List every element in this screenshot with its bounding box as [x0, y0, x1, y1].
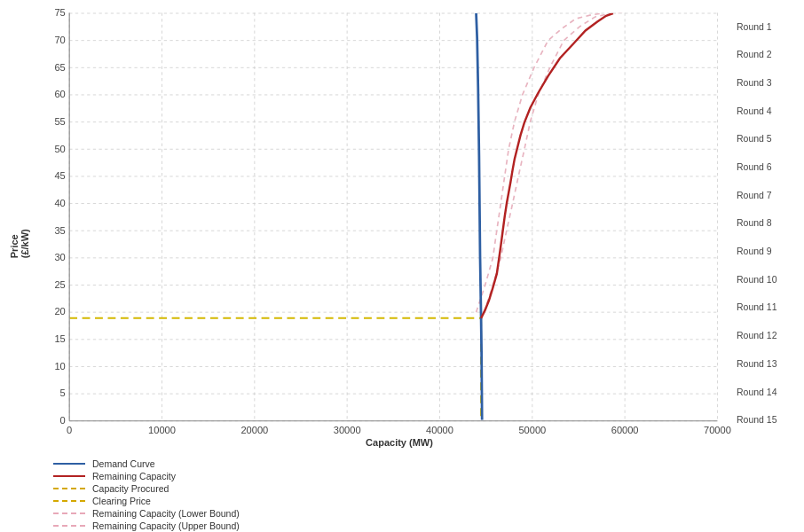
- x-axis-label: Capacity (MW): [67, 434, 731, 451]
- svg-rect-0: [69, 12, 717, 419]
- round-label-9: Round 9: [737, 238, 795, 266]
- legend-item-demand: Demand Curve: [53, 458, 795, 469]
- round-label-7: Round 7: [737, 181, 795, 209]
- legend-label-procured: Capacity Procured: [92, 483, 169, 494]
- svg-text:10000: 10000: [148, 425, 176, 434]
- svg-text:0: 0: [67, 425, 72, 434]
- svg-text:40: 40: [54, 198, 65, 208]
- legend-line-demand: [53, 463, 85, 465]
- svg-text:40000: 40000: [426, 425, 453, 434]
- round-label-2: Round 2: [737, 41, 795, 69]
- round-label-13: Round 13: [737, 349, 795, 378]
- chart-container: Price(£/kW): [0, 0, 804, 532]
- legend-line-procured: [53, 488, 85, 489]
- legend-line-lower-bound: [53, 512, 85, 514]
- y-axis-label: Price(£/kW): [9, 9, 30, 451]
- grid-vertical: [69, 12, 717, 420]
- round-label-6: Round 6: [737, 153, 795, 181]
- round-label-8: Round 8: [737, 209, 795, 238]
- round-label-1: Round 1: [737, 12, 795, 41]
- lower-bound-line: [477, 13, 603, 312]
- svg-text:15: 15: [54, 333, 65, 344]
- y-tick-labels: 0 5 10 15 20 25 30 35 40 45 50 55: [54, 9, 65, 426]
- chart-with-right: 0 5 10 15 20 25 30 35 40 45 50 55: [32, 9, 795, 434]
- round-label-5: Round 5: [737, 125, 795, 153]
- legend-item-procured: Capacity Procured: [53, 483, 795, 494]
- legend: Demand Curve Remaining Capacity Capacity…: [9, 451, 795, 532]
- legend-item-upper-bound: Remaining Capacity (Upper Bound): [53, 520, 795, 531]
- x-tick-labels: 0 10000 20000 30000 40000 50000 60000 70…: [67, 425, 731, 434]
- round-label-14: Round 14: [737, 378, 795, 406]
- legend-label-upper-bound: Remaining Capacity (Upper Bound): [92, 520, 240, 531]
- upper-bound-line: [484, 12, 622, 312]
- legend-item-remaining: Remaining Capacity: [53, 471, 795, 481]
- round-label-12: Round 12: [737, 322, 795, 350]
- round-label-15: Round 15: [737, 406, 795, 434]
- round-label-3: Round 3: [737, 68, 795, 97]
- legend-label-remaining: Remaining Capacity: [92, 471, 176, 481]
- svg-text:50: 50: [54, 144, 65, 154]
- svg-text:10: 10: [54, 361, 65, 372]
- legend-label-lower-bound: Remaining Capacity (Lower Bound): [92, 508, 240, 519]
- round-label-11: Round 11: [737, 293, 795, 322]
- svg-text:0: 0: [60, 415, 66, 426]
- svg-text:30000: 30000: [334, 425, 361, 434]
- round-label-10: Round 10: [737, 265, 795, 293]
- grid-horizontal: [69, 13, 717, 421]
- svg-text:35: 35: [54, 225, 65, 236]
- plot-area: 0 5 10 15 20 25 30 35 40 45 50 55: [32, 9, 731, 434]
- svg-text:5: 5: [60, 387, 66, 398]
- chart-inner: 0 5 10 15 20 25 30 35 40 45 50 55: [32, 9, 795, 451]
- svg-text:75: 75: [54, 9, 65, 18]
- legend-label-clearing: Clearing Price: [92, 496, 151, 506]
- legend-item-lower-bound: Remaining Capacity (Lower Bound): [53, 508, 795, 519]
- round-label-4: Round 4: [737, 97, 795, 125]
- legend-label-demand: Demand Curve: [92, 458, 155, 469]
- chart-svg: 0 5 10 15 20 25 30 35 40 45 50 55: [32, 9, 731, 434]
- round-labels: Round 1 Round 2 Round 3 Round 4 Round 5 …: [731, 9, 795, 434]
- legend-line-remaining: [53, 475, 85, 477]
- svg-text:30: 30: [54, 252, 65, 262]
- legend-item-clearing: Clearing Price: [53, 496, 795, 506]
- legend-line-clearing: [53, 500, 85, 502]
- svg-text:20000: 20000: [240, 425, 268, 434]
- svg-text:65: 65: [54, 62, 65, 73]
- svg-text:60000: 60000: [611, 425, 639, 434]
- svg-text:45: 45: [54, 170, 65, 181]
- demand-curve-line: [477, 13, 483, 421]
- chart-area: Price(£/kW): [9, 9, 795, 451]
- svg-text:70: 70: [54, 35, 65, 45]
- svg-text:25: 25: [54, 279, 65, 290]
- remaining-capacity-line: [481, 13, 613, 318]
- svg-text:20: 20: [54, 306, 65, 317]
- legend-line-upper-bound: [53, 525, 85, 527]
- svg-text:50000: 50000: [518, 425, 546, 434]
- svg-text:70000: 70000: [704, 425, 731, 434]
- svg-text:55: 55: [54, 116, 65, 127]
- svg-text:60: 60: [54, 89, 65, 99]
